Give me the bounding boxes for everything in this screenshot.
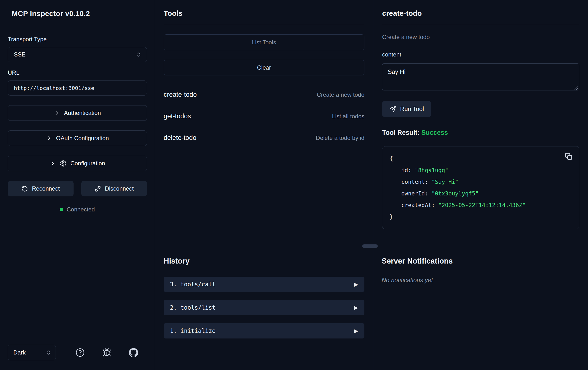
top-panels: Tools List Tools Clear create-todo Creat… [155,0,588,246]
gear-icon [60,160,66,167]
chevron-right-icon [50,160,56,167]
expand-arrow-icon: ▶ [354,328,358,334]
status-dot [60,208,63,211]
oauth-configuration-label: OAuth Configuration [56,135,109,142]
tool-list-item-get-todos[interactable]: get-todos List all todos [164,112,364,120]
app-title: MCP Inspector v0.10.2 [12,10,90,18]
expand-arrow-icon: ▶ [354,281,358,287]
tool-description: Create a new todo [317,91,364,98]
json-close-brace: } [390,211,572,223]
tool-name: create-todo [164,91,197,99]
expand-arrow-icon: ▶ [354,305,358,310]
tool-description: List all todos [332,113,364,120]
authentication-label: Authentication [64,110,101,116]
app-root: MCP Inspector v0.10.2 Transport Type SSE… [0,0,588,370]
github-icon [129,348,138,357]
bug-icon [102,348,111,357]
tool-list-item-delete-todo[interactable]: delete-todo Delete a todo by id [164,134,364,142]
disconnect-label: Disconnect [105,185,134,192]
history-item-initialize[interactable]: 1. initialize ▶ [164,323,364,339]
history-item-tools-call[interactable]: 3. tools/call ▶ [164,277,364,292]
history-item-label: 3. tools/call [170,281,216,288]
connection-status: Connected [8,206,147,213]
panel-resize-handle[interactable] [362,244,378,248]
help-circle-icon [75,348,85,357]
theme-select[interactable]: Dark [8,345,56,360]
tool-name: get-todos [164,112,191,120]
tool-name: delete-todo [164,134,196,142]
main-area: Tools List Tools Clear create-todo Creat… [155,0,588,370]
tool-result-json: { id: "8hqs1ugg" content: "Say Hi" owner… [382,146,579,229]
help-button[interactable] [75,347,85,358]
content-field-label: content [382,51,579,58]
sidebar-header: MCP Inspector v0.10.2 [0,0,155,27]
history-item-label: 2. tools/list [170,304,216,311]
transport-type-label: Transport Type [8,36,147,43]
configuration-label: Configuration [70,160,105,167]
content-field-input[interactable]: Say Hi [382,63,579,90]
json-line-createdat: createdAt: "2025-05-22T14:12:14.436Z" [390,199,572,211]
sidebar-body: Transport Type SSE URL Authentication [0,27,155,213]
json-open-brace: { [390,153,572,164]
clear-tools-button[interactable]: Clear [164,60,364,75]
unplug-icon [94,185,101,192]
copy-icon [565,153,572,160]
connection-actions: Reconnect Disconnect [8,181,147,196]
server-notifications-title: Server Notifications [382,246,580,266]
status-label: Connected [66,206,95,213]
list-tools-button[interactable]: List Tools [164,34,364,50]
reconnect-label: Reconnect [32,185,60,192]
configuration-button[interactable]: Configuration [8,156,147,171]
copy-result-button[interactable] [563,151,574,162]
chevron-right-icon [46,135,52,141]
tool-description: Delete a todo by id [316,135,364,141]
history-panel: History 3. tools/call ▶ 2. tools/list ▶ … [155,246,373,370]
tools-panel-header: Tools [164,0,364,25]
authentication-button[interactable]: Authentication [8,105,147,121]
tool-result-line: Tool Result: Success [382,129,579,137]
url-input[interactable] [8,80,147,96]
tool-detail-header: create-todo [382,0,579,25]
send-icon [389,106,396,112]
tool-result-status: Success [421,129,448,136]
json-line-content: content: "Say Hi" [390,176,572,188]
json-line-ownerid: ownerId: "0tx3ouylyqf5" [390,188,572,199]
tool-list-item-create-todo[interactable]: create-todo Create a new todo [164,91,364,99]
content-field-wrap: Say Hi [382,63,579,91]
transport-type-value: SSE [14,51,25,58]
theme-value: Dark [13,349,26,356]
server-notifications-panel: Server Notifications No notifications ye… [373,246,588,370]
run-tool-button[interactable]: Run Tool [382,101,431,117]
tool-list: create-todo Create a new todo get-todos … [164,91,364,142]
chevron-right-icon [54,110,60,116]
report-bug-button[interactable] [102,347,112,358]
github-button[interactable] [128,347,139,358]
tool-detail-subtitle: Create a new todo [382,34,579,40]
transport-type-select[interactable]: SSE [8,47,147,62]
history-item-label: 1. initialize [170,328,216,334]
oauth-configuration-button[interactable]: OAuth Configuration [8,130,147,146]
no-notifications-text: No notifications yet [382,277,580,284]
sidebar: MCP Inspector v0.10.2 Transport Type SSE… [0,0,155,370]
tools-panel: Tools List Tools Clear create-todo Creat… [155,0,373,246]
chevrons-up-down-icon [46,350,51,355]
tool-detail-title: create-todo [382,9,579,18]
url-label: URL [8,69,147,76]
history-title: History [164,246,364,266]
tool-result-label: Tool Result: [382,129,420,136]
chevrons-up-down-icon [136,52,142,58]
disconnect-button[interactable]: Disconnect [81,181,147,196]
json-line-id: id: "8hqs1ugg" [390,164,572,176]
refresh-icon [21,185,28,192]
bottom-panels: History 3. tools/call ▶ 2. tools/list ▶ … [155,246,588,370]
tools-title: Tools [164,9,364,18]
history-item-tools-list[interactable]: 2. tools/list ▶ [164,300,364,315]
run-tool-label: Run Tool [400,105,424,112]
sidebar-footer: Dark [0,345,155,370]
reconnect-button[interactable]: Reconnect [8,181,74,196]
tool-detail-panel: create-todo Create a new todo content Sa… [373,0,588,246]
